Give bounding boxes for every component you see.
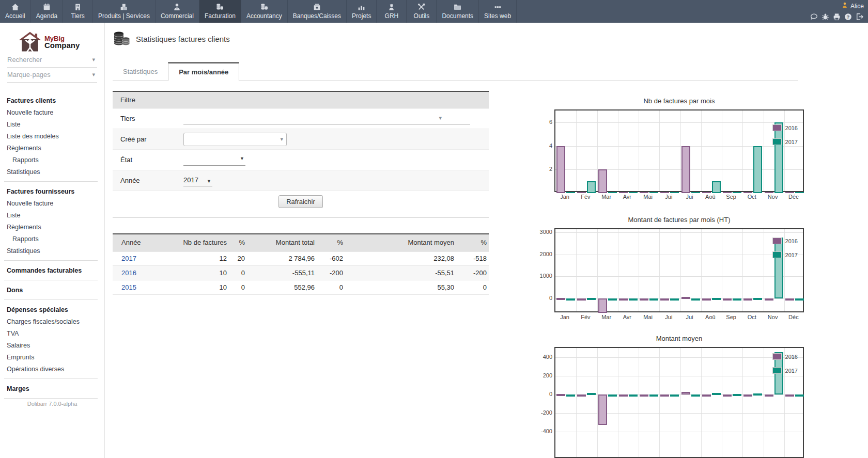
sidebar-item[interactable]: Liste des modèles — [0, 131, 104, 143]
gridline — [555, 276, 803, 277]
nav-item-sites-web[interactable]: Sites web — [479, 0, 517, 23]
nav-item-documents[interactable]: Documents — [437, 0, 479, 23]
month-label: Mar — [596, 194, 617, 200]
sidebar-item[interactable]: Salaires — [0, 340, 104, 352]
gridline — [742, 348, 743, 457]
bar-2017-m5 — [649, 298, 658, 301]
created-by-select[interactable]: ▾ — [183, 133, 287, 146]
gridline — [555, 232, 803, 233]
legend-swatch — [772, 367, 782, 374]
y-tick-label: 2000 — [533, 251, 552, 257]
year-select[interactable]: 2017 ▼ — [183, 175, 212, 186]
sidebar-item[interactable]: Nouvelle facture — [0, 198, 104, 210]
sidebar-item[interactable]: Charges fiscales/sociales — [0, 316, 104, 328]
legend-swatch — [772, 238, 782, 244]
company-logo[interactable]: MyBig Company — [19, 31, 104, 53]
amount-cell: 232,08 — [345, 251, 456, 265]
bar-2017-m2 — [587, 181, 596, 193]
bookmarks-input[interactable]: Marque-pages ▾ — [7, 68, 97, 83]
year-link[interactable]: 2015 — [121, 283, 136, 291]
col-pct-1: % — [229, 234, 247, 251]
tab-statistiques[interactable]: Statistiques — [113, 63, 168, 81]
legend-2017: 2017 — [772, 138, 798, 145]
bar-2016-m11 — [765, 192, 773, 193]
tab-par-mois-annee[interactable]: Par mois/année — [168, 62, 239, 81]
tiers-autocomplete-input[interactable]: ▾ — [183, 113, 470, 124]
y-tick-label: 400 — [533, 354, 552, 360]
sidebar-item[interactable]: Liste — [0, 210, 104, 222]
sidebar-section-4[interactable]: Dépenses spéciales — [0, 303, 104, 316]
nav-item-projets[interactable]: Projets — [347, 0, 377, 23]
nav-item-facturation[interactable]: Facturation — [199, 0, 241, 23]
legend-swatch — [772, 353, 782, 360]
sidebar-item[interactable]: Liste — [0, 119, 104, 131]
legend-label: 2016 — [785, 238, 798, 244]
bug-icon[interactable] — [821, 12, 830, 21]
sidebar-item[interactable]: Emprunts — [0, 352, 104, 364]
help-icon[interactable]: ? — [844, 12, 853, 21]
sidebar-item[interactable]: Règlements — [0, 143, 104, 154]
sidebar-item[interactable]: Statistiques — [0, 166, 104, 178]
nav-item-commercial[interactable]: Commercial — [156, 0, 199, 23]
search-input[interactable]: Rechercher ▾ — [7, 53, 97, 68]
gridline — [784, 348, 785, 457]
chart-0: Nb de factures par mois24620162017JanFév… — [531, 97, 810, 202]
bar-2017-m3 — [608, 192, 617, 193]
year-link[interactable]: 2016 — [121, 269, 136, 277]
bar-2016-m5 — [640, 298, 648, 301]
nav-item-tiers[interactable]: Tiers — [63, 0, 93, 23]
nav-item-banques-caisses[interactable]: Banques/Caisses — [288, 0, 347, 23]
bar-2017-m1 — [566, 192, 575, 193]
gridline — [555, 413, 803, 414]
bar-2016-m3 — [598, 298, 607, 313]
sidebar-section-5[interactable]: Marges — [0, 382, 104, 395]
refresh-button[interactable]: Rafraichir — [278, 195, 323, 208]
amount-cell: 552,96 — [247, 280, 317, 294]
sidebar-section-1[interactable]: Factures fournisseurs — [0, 185, 104, 198]
bar-2016-m2 — [577, 192, 586, 193]
nav-item-grh[interactable]: GRH — [377, 0, 407, 23]
percent-cell: 0 — [229, 280, 247, 294]
sidebar-item[interactable]: Rapports — [0, 233, 104, 245]
nav-label: Facturation — [205, 12, 236, 21]
gridline — [576, 348, 577, 457]
sidebar-item[interactable]: Rapports — [0, 154, 104, 166]
sidebar-item[interactable]: Règlements — [0, 222, 104, 233]
printer-icon[interactable] — [832, 12, 841, 21]
year-link[interactable]: 2017 — [121, 255, 136, 262]
gridline — [722, 348, 722, 457]
nav-item-accountancy[interactable]: Accountancy — [241, 0, 288, 23]
sidebar-section-2[interactable]: Commandes facturables — [0, 264, 104, 277]
user-menu[interactable]: Alice — [841, 1, 864, 11]
sidebar-section-3[interactable]: Dons — [0, 283, 104, 296]
nav-item-accueil[interactable]: Accueil — [0, 0, 31, 23]
status-select[interactable]: ▼ — [183, 154, 245, 166]
gridline — [555, 255, 803, 255]
sidebar-section-0[interactable]: Factures clients — [0, 94, 104, 107]
legend-swatch — [772, 138, 782, 145]
legend-label: 2017 — [785, 368, 798, 374]
year-cell: 2015 — [113, 280, 159, 294]
sidebar-item[interactable]: Nouvelle facture — [0, 107, 104, 119]
chart-title: Nb de factures par mois — [554, 97, 804, 107]
chat-bubble-icon[interactable] — [810, 12, 818, 21]
bar-2016-m10 — [743, 394, 752, 397]
gridline — [764, 348, 764, 457]
bar-2016-m11 — [765, 298, 773, 301]
gridline — [555, 376, 803, 376]
bar-2016-m12 — [785, 298, 794, 301]
logout-icon[interactable] — [855, 12, 864, 21]
nav-item-agenda[interactable]: Agenda — [31, 0, 63, 23]
gridline — [597, 348, 598, 457]
nav-item-outils[interactable]: Outils — [407, 0, 437, 23]
sidebar-item[interactable]: Statistiques — [0, 245, 104, 257]
amount-cell: 10 — [159, 280, 229, 294]
svg-text:?: ? — [847, 14, 850, 20]
nav-label: Accountancy — [246, 12, 282, 21]
sidebar-item[interactable]: Opérations diverses — [0, 364, 104, 375]
amount-cell: 10 — [159, 265, 229, 280]
nav-label: Accueil — [5, 12, 25, 21]
nav-item-produits-services[interactable]: Produits | Services — [93, 0, 156, 23]
sidebar-item[interactable]: TVA — [0, 328, 104, 340]
nav-label: Outils — [414, 12, 430, 21]
